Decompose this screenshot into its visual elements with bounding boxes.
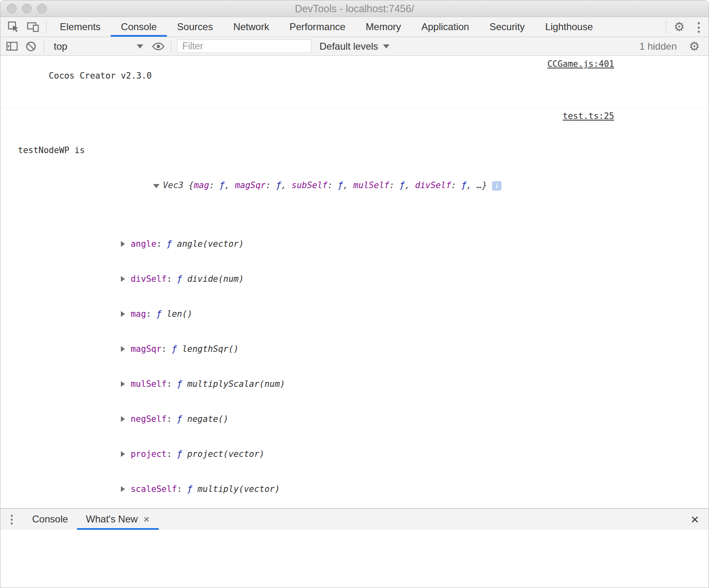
preview-part: ƒ [400, 180, 405, 190]
property-value: ƒ project(vector) [177, 449, 265, 459]
preview-part: : [266, 180, 276, 190]
inspect-element-icon[interactable] [4, 17, 23, 37]
drawer-toolbar: ⋮ Console What's New × × [0, 508, 709, 530]
toolbar-separator [171, 40, 171, 53]
expand-triangle-icon[interactable] [121, 343, 131, 355]
object-property-row[interactable]: magSqr: ƒ lengthSqr() [91, 331, 501, 366]
property-value: ƒ len() [156, 309, 193, 319]
execution-context-selector[interactable]: top [47, 41, 149, 52]
console-message-area: Cocos Creator v2.3.0 CCGame.js:401 test.… [0, 56, 709, 508]
property-colon: : [146, 309, 156, 319]
property-value: ƒ divide(num) [177, 274, 244, 284]
preview-part: mag [194, 180, 209, 190]
drawer-content-panel [0, 530, 709, 588]
expand-triangle-icon[interactable] [121, 238, 131, 250]
object-preview-row[interactable]: Vec3 {mag: ƒ, magSqr: ƒ, subSelf: ƒ, mul… [91, 168, 501, 203]
expand-triangle-icon[interactable] [121, 378, 131, 390]
property-value: ƒ angle(vector) [166, 239, 244, 249]
tab-memory[interactable]: Memory [356, 17, 411, 37]
object-property-row[interactable]: negSelf: ƒ negate() [91, 402, 501, 437]
drawer-tab-whats-new[interactable]: What's New × [77, 509, 158, 530]
drawer-tab-label: Console [32, 513, 68, 525]
preview-part: subSelf [291, 180, 328, 190]
object-property-row[interactable]: scaleSelf: ƒ multiply(vector) [91, 472, 501, 507]
property-value: ƒ multiplyScalar(num) [177, 379, 285, 389]
property-value: ƒ lengthSqr() [172, 344, 239, 354]
property-value: ƒ multiply(vector) [187, 484, 280, 494]
preview-part: , …} [466, 180, 487, 190]
preview-part: : [451, 180, 461, 190]
object-properties: angle: ƒ angle(vector) divSelf: ƒ divide… [91, 226, 501, 508]
log-label: testNodeWP is [18, 145, 85, 156]
preview-part: , [405, 180, 415, 190]
console-settings-gear-icon[interactable]: ⚙ [685, 37, 704, 56]
toolbar-separator [44, 40, 44, 53]
close-drawer-icon[interactable]: × [681, 509, 709, 530]
property-name: angle [131, 239, 156, 249]
console-sidebar-icon[interactable] [3, 37, 22, 56]
property-name: project [131, 449, 167, 459]
main-tab-bar: Elements Console Sources Network Perform… [0, 17, 709, 37]
preview-part: : [390, 180, 400, 190]
info-icon: i [492, 181, 501, 191]
property-colon: : [166, 379, 177, 389]
more-options-icon[interactable]: ⋮ [689, 17, 709, 37]
property-colon: : [166, 414, 177, 424]
chevron-down-icon [137, 44, 143, 48]
preview-part: , [281, 180, 291, 190]
close-window-button[interactable] [7, 4, 17, 13]
object-property-row[interactable]: project: ƒ project(vector) [91, 437, 501, 472]
tab-console[interactable]: Console [111, 17, 167, 37]
log-levels-dropdown[interactable]: Default levels [311, 41, 398, 52]
object-property-row[interactable]: mag: ƒ len() [91, 296, 501, 331]
preview-part: ƒ [276, 180, 281, 190]
zoom-window-button[interactable] [37, 4, 47, 13]
tab-sources[interactable]: Sources [167, 17, 223, 37]
clear-console-icon[interactable] [22, 37, 40, 56]
hidden-messages-count[interactable]: 1 hidden [639, 41, 677, 52]
drawer-tab-console[interactable]: Console [23, 509, 77, 530]
context-label: top [54, 41, 67, 52]
preview-part: Vec3 { [163, 180, 194, 190]
drawer-tab-label: What's New [86, 513, 138, 525]
expand-triangle-icon[interactable] [121, 483, 131, 495]
expand-triangle-icon[interactable] [121, 273, 131, 285]
collapse-triangle-icon[interactable] [153, 184, 160, 188]
preview-part: ƒ [338, 180, 343, 190]
source-link[interactable]: test.ts:25 [563, 110, 614, 122]
tab-lighthouse[interactable]: Lighthouse [535, 17, 603, 37]
settings-gear-icon[interactable]: ⚙ [670, 17, 689, 37]
drawer-menu-icon[interactable]: ⋮ [0, 509, 23, 530]
close-tab-icon[interactable]: × [143, 514, 149, 524]
object-property-row[interactable]: mulSelf: ƒ multiplyScalar(num) [91, 366, 501, 402]
window-title: DevTools - localhost:7456/ [0, 0, 709, 17]
object-property-row[interactable]: angle: ƒ angle(vector) [91, 226, 501, 261]
levels-label: Default levels [319, 41, 378, 52]
filter-input[interactable] [177, 39, 311, 53]
object-property-row[interactable]: divSelf: ƒ divide(num) [91, 261, 501, 296]
expand-triangle-icon[interactable] [121, 308, 131, 320]
expand-triangle-icon[interactable] [121, 448, 131, 460]
source-link[interactable]: CCGame.js:401 [547, 58, 614, 70]
device-toolbar-icon[interactable] [23, 17, 43, 37]
traffic-lights [7, 4, 47, 13]
toolbar-separator [666, 21, 666, 33]
preview-part: mulSelf [353, 180, 390, 190]
tab-performance[interactable]: Performance [279, 17, 355, 37]
live-expression-eye-icon[interactable] [149, 37, 168, 56]
chevron-down-icon [383, 44, 390, 48]
property-name: mulSelf [131, 379, 167, 389]
object-tree: Vec3 {mag: ƒ, magSqr: ƒ, subSelf: ƒ, mul… [91, 145, 501, 508]
expand-triangle-icon[interactable] [121, 413, 131, 425]
tab-network[interactable]: Network [223, 17, 279, 37]
preview-part: magSqr [235, 180, 266, 190]
property-name: divSelf [131, 274, 167, 284]
preview-part: ƒ [219, 180, 225, 190]
property-name: magSqr [131, 344, 162, 354]
minimize-window-button[interactable] [22, 4, 32, 13]
console-message: test.ts:25 testNodeWP is Vec3 {mag: ƒ, m… [0, 108, 709, 508]
tab-application[interactable]: Application [411, 17, 479, 37]
tab-elements[interactable]: Elements [50, 17, 111, 37]
tab-security[interactable]: Security [479, 17, 535, 37]
property-name: mag [131, 309, 146, 319]
